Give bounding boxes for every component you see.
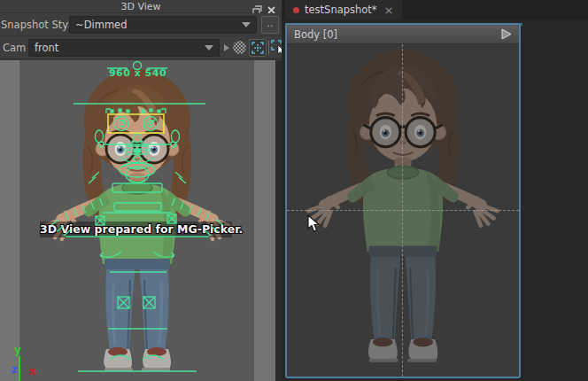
expand-arrow-icon[interactable] [224, 44, 229, 51]
toolbar-separator [268, 41, 269, 55]
cam-dropdown[interactable]: front [28, 39, 220, 57]
tab-test-snapshot[interactable]: testSnapshot* × [285, 0, 402, 19]
3d-viewport[interactable]: 960 x 540 3D View prepared for MG-Picker… [0, 60, 275, 381]
resolution-gate-mask-left [0, 60, 19, 381]
character-snapshot-dimmed [298, 48, 508, 367]
resolution-gate-mask-right [254, 60, 275, 381]
snapshot-style-value: ~Dimmed [75, 19, 238, 31]
tab-close-icon[interactable]: × [384, 4, 394, 17]
body-group-panel: Body [0] [285, 23, 521, 378]
app-root: 3D View Snapshot Style ~Dimmed .. Cam fr… [0, 0, 588, 381]
restore-window-icon[interactable] [252, 2, 263, 12]
frame-selection-button[interactable] [249, 39, 267, 57]
y-axis-label: y [14, 344, 21, 356]
modified-dot-icon [293, 7, 299, 13]
viewport-message: 3D View prepared for MG-Picker. [40, 222, 232, 236]
panel-3d-view: 3D View Snapshot Style ~Dimmed .. Cam fr… [0, 0, 282, 381]
snapshot-style-dropdown[interactable]: ~Dimmed [69, 16, 257, 34]
z-axis-label: z [12, 363, 18, 376]
snapshot-style-more-button[interactable]: .. [261, 16, 279, 34]
y-axis-line [19, 356, 20, 381]
panel-splitter[interactable] [275, 60, 282, 381]
snapshot-style-label: Snapshot Style [1, 19, 77, 31]
close-window-icon[interactable] [267, 2, 277, 12]
pane-gutter [522, 23, 588, 381]
play-arrow-icon[interactable] [501, 28, 512, 40]
body-group-header[interactable]: Body [0] [287, 25, 519, 44]
mouse-cursor-icon [307, 214, 321, 233]
panel-title: 3D View [0, 1, 282, 12]
body-group-label: Body [0] [294, 28, 501, 41]
cam-row: Cam front [0, 36, 282, 59]
chevron-down-icon [205, 45, 213, 51]
snapshot-style-row: Snapshot Style ~Dimmed .. [0, 13, 282, 36]
tab-label: testSnapshot* [305, 4, 377, 16]
3d-view-titlebar[interactable]: 3D View [0, 0, 282, 13]
guide-horizontal-dashed [287, 210, 519, 211]
resolution-gate-label: 960 x 540 [0, 67, 275, 79]
x-axis-label: x [29, 365, 36, 377]
wireframe-shade-icon[interactable] [232, 40, 247, 58]
snapshot-viewport[interactable] [287, 44, 519, 377]
cam-value: front [35, 42, 201, 54]
snapshot-tabbar: testSnapshot* × [282, 0, 588, 19]
panel-snapshot: testSnapshot* × Body [0] [282, 0, 588, 381]
view-axis-gizmo: y z x [0, 344, 53, 381]
viewport-message-band: 3D View prepared for MG-Picker. [40, 222, 232, 237]
cam-label: Cam [3, 42, 26, 54]
chevron-down-icon [242, 22, 251, 27]
